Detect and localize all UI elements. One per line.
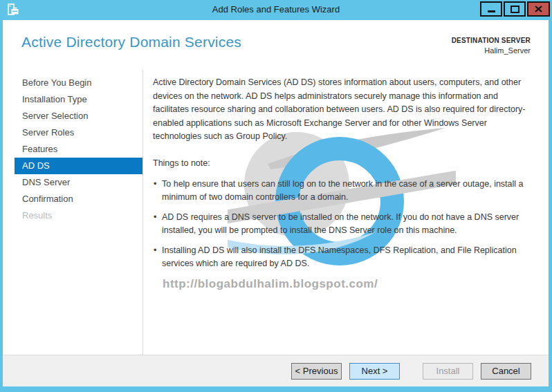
sidebar-item-dns-server[interactable]: DNS Server: [15, 174, 142, 191]
sidebar-item-server-selection[interactable]: Server Selection: [15, 108, 142, 124]
minimize-button[interactable]: [480, 1, 502, 17]
maximize-button[interactable]: [504, 1, 526, 17]
minimize-icon: [488, 10, 495, 12]
sidebar-item-before-you-begin[interactable]: Before You Begin: [15, 75, 142, 91]
maximize-icon: [510, 6, 519, 13]
next-button[interactable]: Next >: [349, 363, 400, 380]
close-icon: [535, 6, 542, 12]
header: Active Directory Domain Services DESTINA…: [3, 20, 549, 70]
destination-server-label: DESTINATION SERVER: [452, 37, 531, 44]
titlebar: Add Roles and Features Wizard: [0, 0, 552, 19]
wizard-window: Add Roles and Features Wizard Active Dir…: [0, 0, 552, 392]
install-button: Install: [423, 363, 473, 380]
intro-paragraph: Active Directory Domain Services (AD DS)…: [153, 76, 535, 144]
sidebar-item-results: Results: [15, 207, 142, 224]
window-controls: [479, 1, 550, 17]
note-item: AD DS requires a DNS server to be instal…: [153, 211, 535, 238]
content-pane: Active Directory Domain Services (AD DS)…: [143, 70, 549, 355]
sidebar: Before You Begin Installation Type Serve…: [3, 70, 143, 355]
things-to-note-heading: Things to note:: [153, 157, 535, 170]
sidebar-item-server-roles[interactable]: Server Roles: [15, 124, 142, 141]
footer: < Previous Next > Install Cancel: [3, 355, 549, 386]
sidebar-item-installation-type[interactable]: Installation Type: [15, 91, 142, 108]
note-item: Installing AD DS will also install the D…: [153, 244, 535, 271]
destination-server-name: Halim_Server: [452, 46, 531, 55]
wizard-body: Before You Begin Installation Type Serve…: [3, 70, 549, 355]
wizard-frame: Active Directory Domain Services DESTINA…: [3, 20, 549, 386]
destination-server-block: DESTINATION SERVER Halim_Server: [452, 37, 531, 55]
note-list: To help ensure that users can still log …: [153, 178, 535, 271]
window-title: Add Roles and Features Wizard: [0, 4, 552, 15]
close-button[interactable]: [527, 1, 550, 17]
watermark-url: http://blogabdulhalim.blogspot.com/: [153, 277, 535, 291]
sidebar-item-features[interactable]: Features: [15, 141, 142, 158]
previous-button[interactable]: < Previous: [291, 363, 342, 380]
sidebar-item-confirmation[interactable]: Confirmation: [15, 191, 142, 207]
page-title: Active Directory Domain Services: [21, 34, 241, 50]
note-item: To help ensure that users can still log …: [153, 178, 535, 205]
sidebar-item-ad-ds[interactable]: AD DS: [15, 158, 142, 174]
cancel-button[interactable]: Cancel: [481, 363, 531, 380]
